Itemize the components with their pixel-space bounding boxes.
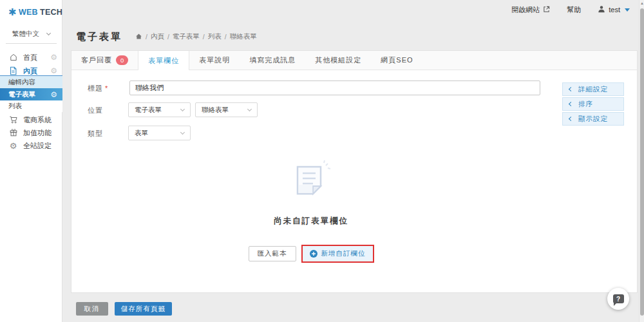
tab-seo[interactable]: 網頁SEO: [371, 51, 422, 70]
position-select-2[interactable]: 聯絡表單: [195, 102, 258, 117]
tab-label: 客戶回覆: [81, 55, 112, 65]
sort-button[interactable]: 排序: [562, 97, 624, 111]
breadcrumb-item-current: 聯絡表單: [230, 32, 257, 41]
breadcrumb-item[interactable]: 列表: [208, 32, 222, 41]
scrollbar-thumb[interactable]: [640, 8, 644, 316]
breadcrumb-item[interactable]: 電子表單: [173, 32, 200, 41]
selected-value: 聯絡表單: [202, 106, 229, 115]
help-link[interactable]: 幫助: [567, 5, 581, 15]
selected-value: 表單: [135, 129, 148, 138]
import-template-button[interactable]: 匯入範本: [249, 246, 296, 261]
user-name: test: [609, 6, 620, 14]
help-chat-button[interactable]: ?: [607, 288, 629, 310]
sidebar-item-edit-content[interactable]: 編輯內容: [0, 76, 62, 88]
tab-form-description[interactable]: 表單說明: [189, 51, 240, 70]
side-button-label: 詳細設定: [578, 85, 608, 94]
tab-label: 表單說明: [199, 55, 230, 65]
logo-text-primary: WEB: [19, 8, 38, 17]
language-value: 繁體中文: [12, 30, 39, 39]
breadcrumb-separator: /: [167, 33, 169, 41]
sidebar-item-label: 內頁: [23, 66, 37, 76]
chevron-left-icon: [569, 87, 573, 91]
tab-other-module-settings[interactable]: 其他模組設定: [305, 51, 371, 70]
sidebar-item-home[interactable]: 首頁 ⚙: [0, 51, 62, 64]
type-label: 類型: [88, 129, 103, 138]
sidebar-item-ecommerce[interactable]: 電商系統: [0, 113, 62, 126]
add-custom-field-button[interactable]: 新增自訂欄位: [303, 246, 373, 261]
cancel-button[interactable]: 取消: [76, 302, 108, 316]
highlight-box: 新增自訂欄位: [301, 245, 374, 263]
page-icon: [8, 66, 18, 76]
gift-icon: [8, 128, 18, 138]
gear-icon[interactable]: ⚙: [50, 53, 57, 61]
breadcrumb-item[interactable]: 內頁: [151, 32, 164, 41]
open-site-link[interactable]: 開啟網站: [511, 5, 550, 15]
sidebar-item-eform[interactable]: 電子表單 ⚙: [0, 88, 62, 100]
sidebar-item-label: 編輯內容: [8, 78, 35, 87]
position-select-1[interactable]: 電子表單: [128, 102, 191, 117]
save-all-tabs-button[interactable]: 儲存所有頁籤: [115, 302, 172, 316]
empty-document-icon: [290, 159, 332, 205]
question-mark: ?: [616, 296, 620, 303]
tab-completion-message[interactable]: 填寫完成訊息: [240, 51, 305, 70]
tab-form-fields[interactable]: 表單欄位: [138, 51, 189, 70]
detail-settings-button[interactable]: 詳細設定: [562, 82, 624, 96]
breadcrumb-separator: /: [203, 33, 205, 41]
tab-customer-replies[interactable]: 客戶回覆 0: [71, 51, 138, 70]
asterisk-logo-icon: ✱: [8, 7, 17, 17]
title-label: 標題*: [88, 84, 108, 93]
chevron-down-icon: [180, 106, 185, 111]
sidebar-item-label: 首頁: [23, 53, 37, 62]
gear-icon[interactable]: ⚙: [50, 91, 57, 99]
user-menu[interactable]: test: [598, 5, 630, 14]
home-icon[interactable]: [135, 33, 142, 40]
title-input[interactable]: [129, 80, 540, 95]
add-button-label: 新增自訂欄位: [321, 249, 366, 258]
chevron-left-icon: [569, 102, 573, 106]
breadcrumb: / 內頁 / 電子表單 / 列表 / 聯絡表單: [135, 32, 257, 41]
page-head: 電子表單 / 內頁 / 電子表單 / 列表 / 聯絡表單: [76, 31, 257, 43]
sidebar-item-label: 加值功能: [23, 128, 52, 138]
tab-label: 表單欄位: [148, 56, 179, 66]
selected-value: 電子表單: [135, 106, 162, 115]
app-window: ✱ WEB TECH 繁體中文 首頁 ⚙ 內頁 ⚙: [0, 0, 644, 322]
content-card: 客戶回覆 0 表單欄位 表單說明 填寫完成訊息 其他模組設定 網頁SEO 標題*: [71, 50, 638, 293]
sidebar-item-site-settings[interactable]: ⚙ 全站設定: [0, 139, 62, 152]
open-site-label: 開啟網站: [511, 5, 540, 15]
breadcrumb-separator: /: [146, 33, 147, 41]
plus-circle-icon: [310, 250, 317, 258]
sidebar-item-addons[interactable]: 加值功能: [0, 126, 62, 139]
breadcrumb-separator: /: [225, 33, 227, 41]
chevron-down-icon: [46, 31, 51, 35]
language-selector[interactable]: 繁體中文: [6, 27, 57, 44]
vertical-scrollbar[interactable]: ▲: [639, 0, 644, 322]
tab-label: 其他模組設定: [315, 55, 361, 65]
logo-text-secondary: TECH: [40, 8, 62, 17]
side-button-label: 顯示設定: [578, 115, 608, 124]
chevron-down-icon: [180, 129, 185, 134]
chevron-down-icon: [625, 8, 630, 12]
topbar: 開啟網站 幫助 test: [62, 0, 639, 19]
type-select[interactable]: 表單: [128, 126, 191, 140]
empty-state-message: 尚未自訂表單欄位: [163, 216, 459, 227]
tab-bar: 客戶回覆 0 表單欄位 表單說明 填寫完成訊息 其他模組設定 網頁SEO: [71, 51, 637, 70]
scroll-up-arrow-icon[interactable]: ▲: [640, 1, 644, 5]
sidebar-item-list[interactable]: 列表: [0, 100, 62, 112]
required-asterisk: *: [105, 84, 108, 92]
side-button-label: 排序: [578, 100, 593, 109]
gear-icon: ⚙: [8, 141, 18, 151]
sidebar-item-label: 電商系統: [23, 115, 52, 125]
display-settings-button[interactable]: 顯示設定: [562, 112, 624, 126]
sidebar-item-label: 列表: [8, 102, 22, 111]
help-label: 幫助: [567, 5, 581, 15]
external-link-icon: [543, 6, 550, 14]
question-bubble-icon: ?: [613, 294, 624, 303]
gear-icon[interactable]: ⚙: [50, 67, 57, 75]
footer-actions: 取消 儲存所有頁籤: [76, 302, 172, 316]
empty-state: 尚未自訂表單欄位 匯入範本 新增自訂欄位: [163, 159, 459, 263]
sidebar-item-label: 電子表單: [8, 90, 35, 99]
sidebar: ✱ WEB TECH 繁體中文 首頁 ⚙ 內頁 ⚙: [0, 0, 62, 322]
chevron-down-icon: [247, 106, 252, 111]
user-icon: [598, 5, 605, 14]
reply-count-badge: 0: [116, 55, 128, 66]
